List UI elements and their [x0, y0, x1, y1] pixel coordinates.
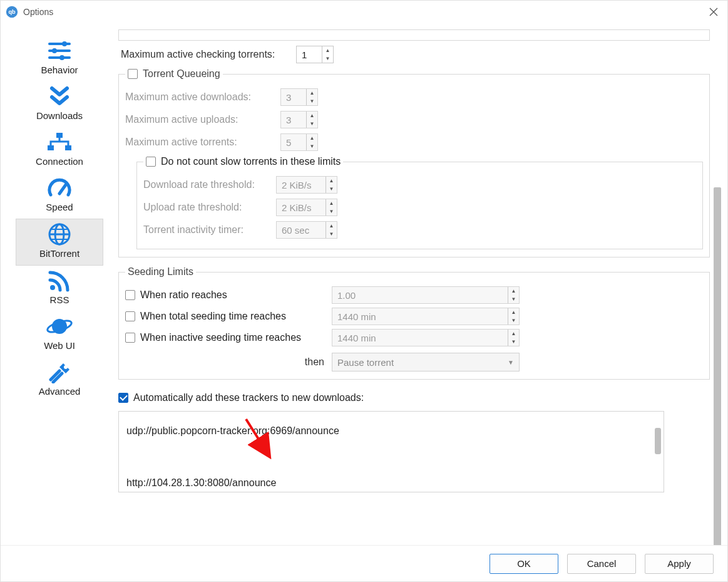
max-checking-label: Maximum active checking torrents:	[121, 49, 296, 60]
seeding-limits-group: Seeding Limits When ratio reaches 1.00▲▼…	[118, 266, 710, 380]
planet-icon	[46, 314, 73, 339]
svg-point-7	[59, 55, 64, 60]
ratio-label: When ratio reaches	[140, 289, 227, 301]
max-uploads-spin: 3▲▼	[280, 111, 318, 128]
auto-add-label: Automatically add these trackers to new …	[133, 392, 364, 403]
sidebar-item-webui[interactable]: Web UI	[16, 311, 103, 357]
max-downloads-spin: 3▲▼	[280, 88, 318, 106]
max-torrents-label: Maximum active torrents:	[125, 137, 280, 148]
sliders-icon	[46, 38, 73, 63]
ratio-spin: 1.00▲▼	[332, 286, 520, 304]
sidebar: Behavior Downloads Connection Speed BitT…	[1, 23, 113, 545]
sidebar-item-label: Web UI	[16, 340, 103, 351]
total-seed-label: When total seeding time reaches	[140, 311, 286, 322]
ok-button[interactable]: OK	[490, 554, 558, 574]
main-scrollbar[interactable]	[714, 187, 721, 545]
dl-rate-spin: 2 KiB/s▲▼	[276, 176, 337, 194]
window-title: Options	[23, 7, 53, 17]
seeding-title: Seeding Limits	[125, 266, 196, 278]
slow-torrents-group: Do not count slow torrents in these limi…	[136, 156, 703, 249]
apply-button[interactable]: Apply	[645, 554, 714, 574]
ratio-checkbox[interactable]	[125, 290, 135, 300]
max-checking-value: 1	[297, 49, 322, 60]
gauge-icon	[46, 175, 73, 200]
svg-point-18	[64, 365, 68, 369]
rss-icon	[46, 268, 73, 293]
sidebar-item-connection[interactable]: Connection	[16, 127, 103, 173]
sidebar-item-label: Speed	[16, 202, 103, 212]
svg-point-15	[50, 285, 55, 290]
max-uploads-label: Maximum active uploads:	[125, 114, 280, 125]
then-action-combo[interactable]: Pause torrent ▼	[332, 353, 520, 372]
tools-icon	[46, 360, 73, 385]
sidebar-item-bittorrent[interactable]: BitTorrent	[16, 219, 103, 266]
slow-legend: Do not count slow torrents in these limi…	[143, 156, 343, 167]
max-downloads-label: Maximum active downloads:	[125, 91, 280, 103]
chevrons-down-icon	[46, 84, 73, 109]
inactivity-spin: 60 sec▲▼	[276, 221, 337, 239]
svg-point-5	[62, 41, 67, 46]
inactive-seed-checkbox[interactable]	[125, 333, 135, 343]
sidebar-item-behavior[interactable]: Behavior	[16, 36, 103, 81]
queueing-title: Torrent Queueing	[143, 68, 220, 80]
trackers-textarea[interactable]: udp://public.popcorn-tracker.org:6969/an…	[118, 411, 664, 492]
sidebar-item-label: BitTorrent	[16, 248, 103, 259]
previous-group-bottom-edge	[118, 29, 710, 41]
spin-arrows[interactable]: ▲▼	[322, 46, 333, 63]
torrent-queueing-group: Torrent Queueing Maximum active download…	[118, 68, 710, 257]
sidebar-item-label: Downloads	[16, 110, 103, 121]
titlebar: qb Options	[1, 1, 727, 23]
slow-title: Do not count slow torrents in these limi…	[161, 156, 341, 167]
svg-text:qb: qb	[8, 9, 16, 15]
queueing-checkbox[interactable]	[128, 69, 138, 79]
max-torrents-spin: 5▲▼	[280, 133, 318, 151]
auto-add-trackers-checkbox[interactable]	[118, 393, 128, 403]
sidebar-item-label: Advanced	[16, 386, 103, 397]
main-panel: Maximum active checking torrents: 1 ▲▼ T…	[113, 23, 727, 545]
sidebar-item-label: Connection	[16, 156, 103, 167]
sidebar-item-label: RSS	[16, 294, 103, 305]
globe-icon	[46, 222, 73, 247]
inactive-seed-spin: 1440 min▲▼	[332, 329, 520, 346]
textarea-scrollbar[interactable]	[655, 428, 661, 454]
inactivity-label: Torrent inactivity timer:	[143, 224, 276, 236]
queueing-legend: Torrent Queueing	[125, 68, 223, 80]
sidebar-item-advanced[interactable]: Advanced	[16, 357, 103, 403]
max-checking-spin[interactable]: 1 ▲▼	[296, 46, 334, 63]
svg-point-6	[52, 48, 57, 53]
network-icon	[46, 130, 73, 155]
cancel-button[interactable]: Cancel	[567, 554, 636, 574]
inactive-seed-label: When inactive seeding time reaches	[140, 332, 301, 343]
svg-rect-10	[65, 145, 71, 150]
ul-rate-label: Upload rate threshold:	[143, 202, 276, 213]
ul-rate-spin: 2 KiB/s▲▼	[276, 199, 337, 216]
svg-line-11	[59, 185, 66, 194]
sidebar-item-rss[interactable]: RSS	[16, 266, 103, 311]
total-seed-checkbox[interactable]	[125, 311, 135, 321]
options-window: qb Options Behavior Downloads Connection…	[0, 0, 728, 582]
dl-rate-label: Download rate threshold:	[143, 179, 276, 190]
sidebar-item-downloads[interactable]: Downloads	[16, 81, 103, 127]
chevron-down-icon: ▼	[508, 359, 514, 366]
slow-checkbox[interactable]	[146, 157, 156, 167]
main-scroll-thumb[interactable]	[714, 187, 721, 545]
total-seed-spin: 1440 min▲▼	[332, 308, 520, 325]
dialog-footer: OK Cancel Apply	[1, 545, 727, 581]
then-action-value: Pause torrent	[337, 357, 394, 368]
close-icon[interactable]	[706, 4, 721, 19]
then-label: then	[125, 356, 332, 368]
sidebar-item-speed[interactable]: Speed	[16, 173, 103, 219]
svg-rect-9	[48, 145, 54, 150]
svg-rect-8	[56, 133, 63, 138]
sidebar-item-label: Behavior	[16, 65, 103, 75]
app-icon: qb	[6, 6, 18, 18]
trackers-text: udp://public.popcorn-tracker.org:6969/an…	[126, 425, 339, 488]
